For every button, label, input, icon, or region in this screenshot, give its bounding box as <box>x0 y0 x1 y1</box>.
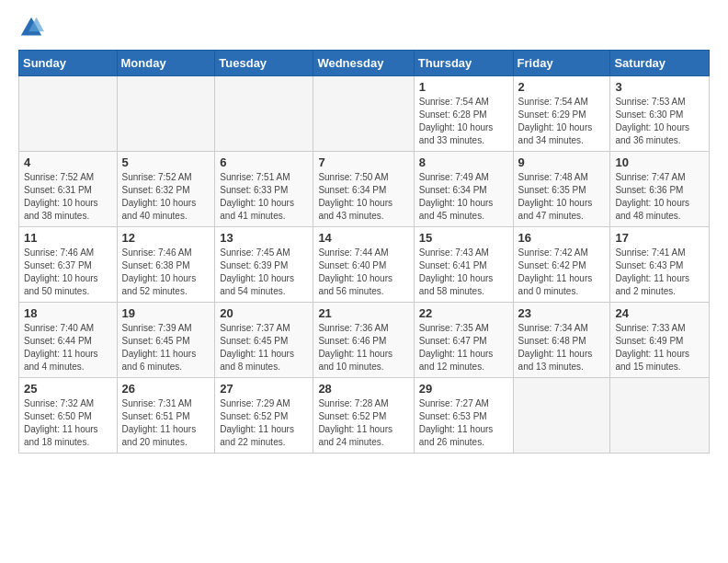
day-number: 15 <box>419 231 508 245</box>
calendar-week-1: 1Sunrise: 7:54 AM Sunset: 6:28 PM Daylig… <box>19 76 710 152</box>
calendar-cell: 22Sunrise: 7:35 AM Sunset: 6:47 PM Dayli… <box>414 303 513 378</box>
calendar-cell: 5Sunrise: 7:52 AM Sunset: 6:32 PM Daylig… <box>117 152 215 227</box>
day-number: 17 <box>615 231 704 245</box>
header <box>18 15 710 40</box>
day-number: 26 <box>122 382 210 396</box>
calendar-cell: 24Sunrise: 7:33 AM Sunset: 6:49 PM Dayli… <box>610 303 710 378</box>
day-info: Sunrise: 7:52 AM Sunset: 6:32 PM Dayligh… <box>122 171 210 223</box>
day-header-saturday: Saturday <box>610 51 710 76</box>
calendar-cell: 4Sunrise: 7:52 AM Sunset: 6:31 PM Daylig… <box>19 152 118 227</box>
calendar-cell: 13Sunrise: 7:45 AM Sunset: 6:39 PM Dayli… <box>215 227 313 303</box>
calendar-cell: 27Sunrise: 7:29 AM Sunset: 6:52 PM Dayli… <box>215 378 313 454</box>
day-info: Sunrise: 7:42 AM Sunset: 6:42 PM Dayligh… <box>518 247 606 298</box>
day-info: Sunrise: 7:32 AM Sunset: 6:50 PM Dayligh… <box>24 397 112 449</box>
day-number: 8 <box>419 155 508 169</box>
calendar-cell: 12Sunrise: 7:46 AM Sunset: 6:38 PM Dayli… <box>117 227 215 303</box>
day-number: 18 <box>24 306 112 320</box>
day-number: 10 <box>615 155 704 169</box>
day-number: 25 <box>24 382 112 396</box>
calendar-cell: 8Sunrise: 7:49 AM Sunset: 6:34 PM Daylig… <box>414 152 513 227</box>
day-info: Sunrise: 7:35 AM Sunset: 6:47 PM Dayligh… <box>419 322 508 373</box>
calendar-cell: 2Sunrise: 7:54 AM Sunset: 6:29 PM Daylig… <box>513 76 610 152</box>
day-number: 4 <box>24 155 112 169</box>
calendar-cell: 23Sunrise: 7:34 AM Sunset: 6:48 PM Dayli… <box>513 303 610 378</box>
day-number: 6 <box>220 155 308 169</box>
calendar-cell: 25Sunrise: 7:32 AM Sunset: 6:50 PM Dayli… <box>19 378 118 454</box>
day-info: Sunrise: 7:37 AM Sunset: 6:45 PM Dayligh… <box>220 322 308 373</box>
calendar-week-3: 11Sunrise: 7:46 AM Sunset: 6:37 PM Dayli… <box>19 227 710 303</box>
day-header-friday: Friday <box>513 51 610 76</box>
calendar-cell: 11Sunrise: 7:46 AM Sunset: 6:37 PM Dayli… <box>19 227 118 303</box>
calendar-cell: 9Sunrise: 7:48 AM Sunset: 6:35 PM Daylig… <box>513 152 610 227</box>
calendar-cell: 10Sunrise: 7:47 AM Sunset: 6:36 PM Dayli… <box>610 152 710 227</box>
day-number: 27 <box>220 382 308 396</box>
calendar-cell: 29Sunrise: 7:27 AM Sunset: 6:53 PM Dayli… <box>414 378 513 454</box>
day-header-wednesday: Wednesday <box>313 51 414 76</box>
calendar-cell: 7Sunrise: 7:50 AM Sunset: 6:34 PM Daylig… <box>313 152 414 227</box>
day-info: Sunrise: 7:49 AM Sunset: 6:34 PM Dayligh… <box>419 171 508 223</box>
calendar-cell <box>610 378 710 454</box>
calendar-cell <box>313 76 414 152</box>
day-info: Sunrise: 7:52 AM Sunset: 6:31 PM Dayligh… <box>24 171 112 223</box>
day-number: 11 <box>24 231 112 245</box>
day-info: Sunrise: 7:41 AM Sunset: 6:43 PM Dayligh… <box>615 247 704 298</box>
day-info: Sunrise: 7:29 AM Sunset: 6:52 PM Dayligh… <box>220 397 308 449</box>
day-number: 23 <box>518 306 606 320</box>
day-number: 22 <box>419 306 508 320</box>
day-number: 12 <box>122 231 210 245</box>
day-header-monday: Monday <box>117 51 215 76</box>
calendar-cell: 6Sunrise: 7:51 AM Sunset: 6:33 PM Daylig… <box>215 152 313 227</box>
day-info: Sunrise: 7:36 AM Sunset: 6:46 PM Dayligh… <box>318 322 408 373</box>
day-info: Sunrise: 7:47 AM Sunset: 6:36 PM Dayligh… <box>615 171 704 223</box>
calendar-week-5: 25Sunrise: 7:32 AM Sunset: 6:50 PM Dayli… <box>19 378 710 454</box>
day-number: 16 <box>518 231 606 245</box>
day-number: 7 <box>318 155 408 169</box>
calendar-cell: 21Sunrise: 7:36 AM Sunset: 6:46 PM Dayli… <box>313 303 414 378</box>
day-info: Sunrise: 7:54 AM Sunset: 6:29 PM Dayligh… <box>518 96 606 147</box>
day-info: Sunrise: 7:28 AM Sunset: 6:52 PM Dayligh… <box>318 397 408 449</box>
day-info: Sunrise: 7:33 AM Sunset: 6:49 PM Dayligh… <box>615 322 704 373</box>
day-number: 20 <box>220 306 308 320</box>
calendar-cell: 16Sunrise: 7:42 AM Sunset: 6:42 PM Dayli… <box>513 227 610 303</box>
day-header-sunday: Sunday <box>19 51 118 76</box>
day-info: Sunrise: 7:44 AM Sunset: 6:40 PM Dayligh… <box>318 247 408 298</box>
calendar-week-2: 4Sunrise: 7:52 AM Sunset: 6:31 PM Daylig… <box>19 152 710 227</box>
day-number: 1 <box>419 80 508 94</box>
day-info: Sunrise: 7:34 AM Sunset: 6:48 PM Dayligh… <box>518 322 606 373</box>
day-info: Sunrise: 7:53 AM Sunset: 6:30 PM Dayligh… <box>615 96 704 147</box>
calendar-cell: 20Sunrise: 7:37 AM Sunset: 6:45 PM Dayli… <box>215 303 313 378</box>
calendar-cell: 19Sunrise: 7:39 AM Sunset: 6:45 PM Dayli… <box>117 303 215 378</box>
day-number: 29 <box>419 382 508 396</box>
day-info: Sunrise: 7:46 AM Sunset: 6:37 PM Dayligh… <box>24 247 112 298</box>
day-number: 3 <box>615 80 704 94</box>
calendar-cell <box>117 76 215 152</box>
day-number: 14 <box>318 231 408 245</box>
calendar-header: SundayMondayTuesdayWednesdayThursdayFrid… <box>19 51 710 76</box>
day-number: 24 <box>615 306 704 320</box>
day-header-tuesday: Tuesday <box>215 51 313 76</box>
day-info: Sunrise: 7:45 AM Sunset: 6:39 PM Dayligh… <box>220 247 308 298</box>
logo <box>18 15 48 40</box>
calendar-cell: 28Sunrise: 7:28 AM Sunset: 6:52 PM Dayli… <box>313 378 414 454</box>
day-info: Sunrise: 7:39 AM Sunset: 6:45 PM Dayligh… <box>122 322 210 373</box>
calendar-cell: 17Sunrise: 7:41 AM Sunset: 6:43 PM Dayli… <box>610 227 710 303</box>
day-number: 9 <box>518 155 606 169</box>
day-number: 5 <box>122 155 210 169</box>
day-info: Sunrise: 7:51 AM Sunset: 6:33 PM Dayligh… <box>220 171 308 223</box>
calendar-cell <box>513 378 610 454</box>
calendar-cell: 18Sunrise: 7:40 AM Sunset: 6:44 PM Dayli… <box>19 303 118 378</box>
calendar-cell: 15Sunrise: 7:43 AM Sunset: 6:41 PM Dayli… <box>414 227 513 303</box>
logo-icon <box>18 15 44 40</box>
calendar-cell: 14Sunrise: 7:44 AM Sunset: 6:40 PM Dayli… <box>313 227 414 303</box>
day-info: Sunrise: 7:43 AM Sunset: 6:41 PM Dayligh… <box>419 247 508 298</box>
calendar-cell: 1Sunrise: 7:54 AM Sunset: 6:28 PM Daylig… <box>414 76 513 152</box>
day-info: Sunrise: 7:40 AM Sunset: 6:44 PM Dayligh… <box>24 322 112 373</box>
calendar-body: 1Sunrise: 7:54 AM Sunset: 6:28 PM Daylig… <box>19 76 710 454</box>
day-info: Sunrise: 7:50 AM Sunset: 6:34 PM Dayligh… <box>318 171 408 223</box>
day-number: 19 <box>122 306 210 320</box>
day-header-thursday: Thursday <box>414 51 513 76</box>
day-number: 21 <box>318 306 408 320</box>
day-info: Sunrise: 7:31 AM Sunset: 6:51 PM Dayligh… <box>122 397 210 449</box>
day-info: Sunrise: 7:54 AM Sunset: 6:28 PM Dayligh… <box>419 96 508 147</box>
day-number: 2 <box>518 80 606 94</box>
